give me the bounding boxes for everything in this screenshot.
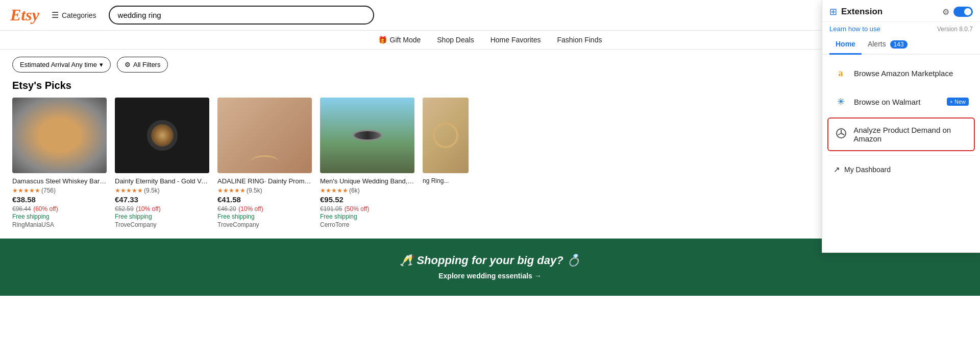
product-image[interactable] xyxy=(115,98,209,173)
tab-home[interactable]: Home xyxy=(829,36,862,55)
product-shop: CerroTorre xyxy=(320,221,414,228)
extension-subheader: Learn how to use Version 8.0.7 xyxy=(822,22,980,36)
nav-gift-label: Gift Mode xyxy=(390,36,421,44)
product-reviews: (9.5k) xyxy=(247,187,262,194)
etsy-logo: Etsy xyxy=(10,6,39,25)
search-bar xyxy=(109,6,374,25)
browse-walmart-label: Browse on Walmart xyxy=(854,98,920,106)
filter-icon: ⚙ xyxy=(125,61,131,68)
product-original-price: €96.44 (60% off) xyxy=(12,204,107,213)
banner-title: 🥂 Shopping for your big day? 💍 xyxy=(15,254,965,267)
product-image[interactable] xyxy=(217,98,312,173)
product-shipping: Free shipping xyxy=(217,213,312,220)
product-original-price: €191.05 (50% off) xyxy=(320,204,414,213)
product-stars: ★★★★★ (6k) xyxy=(320,187,414,194)
extension-title-row: ⊞ Extension xyxy=(829,6,883,17)
estimated-arrival-button[interactable]: Estimated Arrival Any time ▾ xyxy=(12,57,111,73)
nav-home-favorites[interactable]: Home Favorites xyxy=(491,36,541,44)
categories-button[interactable]: ☰ Categories xyxy=(47,7,101,23)
product-shipping: Free shipping xyxy=(12,213,107,220)
product-price: €95.52 xyxy=(320,195,414,204)
extension-title: Extension xyxy=(841,7,883,17)
product-original-price: €46.20 (10% off) xyxy=(217,204,312,213)
browse-walmart-button[interactable]: ✳ Browse on Walmart + New xyxy=(827,89,975,114)
extension-grid-icon: ⊞ xyxy=(829,6,837,17)
gear-icon[interactable]: ⚙ xyxy=(942,7,949,17)
extension-toggle[interactable] xyxy=(953,7,973,17)
list-item: Men's Unique Wedding Band, Bl... ★★★★★ (… xyxy=(320,98,414,228)
extension-body: a Browse Amazon Marketplace ✳ Browse on … xyxy=(822,55,980,185)
extension-popup: ⊞ Extension ⚙ Learn how to use Version 8… xyxy=(822,0,980,253)
product-price: €47.33 xyxy=(115,195,209,204)
nav-gift-mode[interactable]: 🎁 Gift Mode xyxy=(378,36,421,44)
list-item: Damascus Steel Whiskey Barrel ... ★★★★★ … xyxy=(12,98,107,228)
browse-amazon-button[interactable]: a Browse Amazon Marketplace xyxy=(827,61,975,86)
product-title: ng Ring... xyxy=(423,177,469,184)
product-shop: TroveCompany xyxy=(217,221,312,228)
list-item: Dainty Eternity Band - Gold Ver... ★★★★★… xyxy=(115,98,209,228)
all-filters-label: All Filters xyxy=(133,61,160,68)
external-link-icon: ↗ xyxy=(834,165,840,174)
product-stars: ★★★★★ (756) xyxy=(12,187,107,194)
list-item: ng Ring... xyxy=(423,98,469,228)
product-price: €38.58 xyxy=(12,195,107,204)
extension-header-controls: ⚙ xyxy=(942,7,973,17)
ring-icon: 💍 xyxy=(567,254,580,267)
extension-tabs: Home Alerts 143 xyxy=(822,36,980,55)
categories-label: Categories xyxy=(62,11,96,19)
all-filters-button[interactable]: ⚙ All Filters xyxy=(117,57,168,73)
hamburger-icon: ☰ xyxy=(52,10,59,20)
amazon-icon: a xyxy=(834,68,848,79)
product-shop: RingManiaUSA xyxy=(12,221,107,228)
chart-icon xyxy=(835,128,847,141)
nav-fashion-finds-label: Fashion Finds xyxy=(557,36,602,44)
product-image[interactable] xyxy=(12,98,107,173)
extension-version: Version 8.0.7 xyxy=(937,26,973,33)
product-reviews: (6k) xyxy=(349,187,360,194)
search-input[interactable] xyxy=(118,11,365,19)
product-stars: ★★★★★ (9.5k) xyxy=(217,187,312,194)
learn-how-link[interactable]: Learn how to use xyxy=(829,25,880,33)
product-price: €41.58 xyxy=(217,195,312,204)
banner-link[interactable]: Explore wedding essentials → xyxy=(438,272,542,280)
product-title: Men's Unique Wedding Band, Bl... xyxy=(320,177,414,185)
gift-icon: 🎁 xyxy=(378,36,387,44)
product-reviews: (756) xyxy=(41,187,56,194)
dashboard-label: My Dashboard xyxy=(844,165,891,174)
product-image[interactable] xyxy=(320,98,414,173)
product-stars: ★★★★★ (9.5k) xyxy=(115,187,209,194)
nav-fashion-finds[interactable]: Fashion Finds xyxy=(557,36,602,44)
divider xyxy=(827,155,975,156)
nav-shop-deals[interactable]: Shop Deals xyxy=(437,36,474,44)
browse-amazon-label: Browse Amazon Marketplace xyxy=(854,69,953,78)
tab-alerts[interactable]: Alerts 143 xyxy=(862,36,914,55)
product-title: Damascus Steel Whiskey Barrel ... xyxy=(12,177,107,185)
product-shop: TroveCompany xyxy=(115,221,209,228)
nav-shop-deals-label: Shop Deals xyxy=(437,36,474,44)
estimated-arrival-label: Estimated Arrival Any time xyxy=(20,61,97,68)
new-badge: + New xyxy=(947,98,969,106)
product-title: Dainty Eternity Band - Gold Ver... xyxy=(115,177,209,185)
champagne-icon: 🥂 xyxy=(400,254,413,267)
product-image[interactable] xyxy=(423,98,469,173)
product-shipping: Free shipping xyxy=(115,213,209,220)
product-reviews: (9.5k) xyxy=(144,187,160,194)
product-title: ADALINE RING· Dainty Promise ... xyxy=(217,177,312,185)
analyze-demand-button[interactable]: Analyze Product Demand on Amazon xyxy=(827,117,975,151)
dashboard-link[interactable]: ↗ My Dashboard xyxy=(827,160,975,179)
product-original-price: €52.59 (10% off) xyxy=(115,204,209,213)
chevron-down-icon: ▾ xyxy=(100,61,103,68)
product-shipping: Free shipping xyxy=(320,213,414,220)
nav-home-favorites-label: Home Favorites xyxy=(491,36,541,44)
analyze-demand-label: Analyze Product Demand on Amazon xyxy=(853,126,968,143)
extension-header: ⊞ Extension ⚙ xyxy=(822,0,980,22)
walmart-icon: ✳ xyxy=(834,96,848,107)
list-item: ADALINE RING· Dainty Promise ... ★★★★★ (… xyxy=(217,98,312,228)
alerts-badge: 143 xyxy=(890,40,908,49)
